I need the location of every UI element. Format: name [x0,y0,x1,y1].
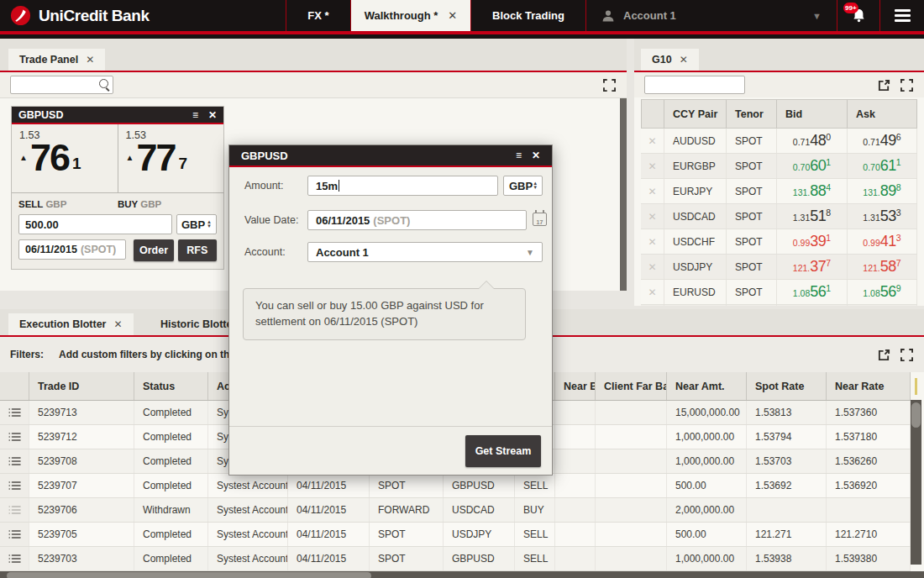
row-menu-icon[interactable] [0,449,29,473]
tab-g10[interactable]: G10 ✕ [641,49,699,71]
column-header[interactable] [641,100,664,128]
trade-row[interactable]: 5239703CompletedSystest Account04/11/201… [0,547,911,571]
account-selector[interactable]: Account 1 ▼ [585,0,837,31]
currency-selector[interactable]: GBP ▲▼ [176,214,217,234]
quote-row[interactable]: ✕USDCHFSPOT0.993910.99413 [641,229,917,255]
calendar-icon[interactable]: 17 [533,213,547,226]
column-header[interactable]: Near Base [555,372,596,400]
remove-quote-icon[interactable]: ✕ [641,129,664,153]
currency-selector[interactable]: GBP ▲▼ [503,176,543,196]
column-header[interactable]: Near Rate [827,372,911,400]
bid-cell[interactable]: 0.99391 [777,229,848,254]
bid-cell[interactable]: 1.08561 [777,280,848,304]
remove-quote-icon[interactable]: ✕ [641,280,664,304]
bid-cell[interactable]: 121.377 [777,255,848,279]
amount-input[interactable]: 15m [307,176,498,196]
ask-cell[interactable]: 1.31533 [848,204,917,229]
close-icon[interactable]: ✕ [448,9,457,22]
quote-row[interactable]: ✕GBPUSDSPOT1.537611.53777 [641,305,917,306]
scrollbar-thumb[interactable] [911,402,921,428]
column-header[interactable]: Ask [848,100,917,128]
column-header[interactable]: Trade ID [29,372,134,400]
row-menu-icon[interactable] [0,498,29,522]
expand-icon[interactable] [602,78,617,92]
ask-cell[interactable]: 1.53777 [848,305,917,306]
ask-cell[interactable]: 131.898 [848,179,917,203]
column-header[interactable]: Bid [777,100,848,128]
remove-quote-icon[interactable]: ✕ [641,255,664,279]
topbar-tab-block-trading[interactable]: Block Trading [470,0,585,31]
column-header[interactable]: Near Amt. [667,372,747,400]
column-header[interactable]: CCY Pair [664,100,727,128]
quote-row[interactable]: ✕EURGBPSPOT0.706010.70611 [641,154,917,179]
quote-row[interactable]: ✕USDJPYSPOT121.377121.587 [641,255,917,280]
trade-row[interactable]: 5239706WithdrawnSystest Account04/11/201… [0,498,911,523]
ask-cell[interactable]: 0.71496 [848,129,917,153]
trade-panel-search[interactable] [10,76,113,94]
rfs-button[interactable]: RFS [178,239,217,261]
topbar-tab-fx[interactable]: FX * [286,0,350,31]
ask-cell[interactable]: 121.587 [848,255,917,279]
popout-icon[interactable] [877,348,891,362]
ask-price-button[interactable]: 1.53 ▲ 77 7 [118,124,224,192]
bid-price-button[interactable]: 1.53 ▲ 76 1 [12,124,118,192]
quote-row[interactable]: ✕AUDUSDSPOT0.714800.71496 [641,129,917,154]
popout-icon[interactable] [877,78,891,92]
menu-icon[interactable]: ≡ [516,150,522,161]
bid-cell[interactable]: 1.31518 [777,204,848,229]
bid-cell[interactable]: 1.53761 [777,305,848,306]
quote-row[interactable]: ✕EURJPYSPOT131.884131.898 [641,179,917,204]
ask-cell[interactable]: 0.99413 [848,229,917,254]
row-menu-icon[interactable] [0,523,29,546]
amount-field[interactable]: 500.00 [18,214,172,234]
g10-search[interactable] [644,76,745,94]
remove-quote-icon[interactable]: ✕ [641,229,664,254]
row-menu-icon[interactable] [0,547,29,570]
expand-icon[interactable] [900,78,914,92]
scrollbar-thumb[interactable] [7,572,371,578]
tab-execution-blotter[interactable]: Execution Blotter ✕ [8,313,134,335]
close-icon[interactable]: ✕ [208,109,217,121]
close-icon[interactable]: ✕ [680,54,688,66]
get-stream-button[interactable]: Get Stream [465,435,541,467]
tab-trade-panel[interactable]: Trade Panel ✕ [8,49,105,71]
horizontal-scrollbar[interactable] [0,571,924,578]
bid-cell[interactable]: 0.70601 [777,154,848,178]
remove-quote-icon[interactable]: ✕ [641,154,664,178]
remove-quote-icon[interactable]: ✕ [641,204,664,229]
trade-row[interactable]: 5239707CompletedSystest Account04/11/201… [0,474,911,498]
column-header[interactable]: Client Far Base [596,372,667,400]
search-input[interactable] [645,76,744,93]
row-menu-icon[interactable] [0,425,29,449]
remove-quote-icon[interactable]: ✕ [641,305,664,306]
row-menu-icon[interactable] [0,474,29,497]
close-icon[interactable]: ✕ [114,318,123,330]
ask-cell[interactable]: 0.70611 [848,154,917,178]
notifications-button[interactable]: 99+ [837,0,879,31]
order-button[interactable]: Order [134,239,173,261]
quote-row[interactable]: ✕USDCADSPOT1.315181.31533 [641,204,917,229]
column-header[interactable]: Status [134,372,208,400]
menu-icon[interactable]: ≡ [192,109,198,121]
trade-row[interactable]: 5239705CompletedSystest Account04/11/201… [0,523,911,547]
value-date-field[interactable]: 06/11/2015 (SPOT) [18,239,126,260]
column-header[interactable]: Spot Rate [747,372,827,400]
column-header[interactable] [0,372,29,400]
remove-quote-icon[interactable]: ✕ [641,179,664,203]
vertical-scrollbar[interactable] [911,400,921,565]
vertical-scrollbar[interactable] [620,98,627,291]
ask-cell[interactable]: 1.08569 [848,280,917,304]
close-icon[interactable]: ✕ [86,54,94,66]
value-date-input[interactable]: 06/11/2015 (SPOT) [307,210,527,230]
expand-icon[interactable] [900,348,914,362]
bid-cell[interactable]: 0.71480 [777,129,848,153]
quote-row[interactable]: ✕EURUSDSPOT1.085611.08569 [641,280,917,305]
hamburger-menu-icon[interactable] [879,0,924,31]
close-icon[interactable]: ✕ [532,150,540,161]
column-drag-handle[interactable] [915,378,917,395]
row-menu-icon[interactable] [0,401,29,424]
topbar-tab-walkthrough[interactable]: Walkthrough * ✕ [350,0,470,31]
dialog-header[interactable]: GBPUSD ≡ ✕ [229,145,552,167]
column-header[interactable]: Tenor [727,100,777,128]
search-input[interactable] [11,76,113,93]
